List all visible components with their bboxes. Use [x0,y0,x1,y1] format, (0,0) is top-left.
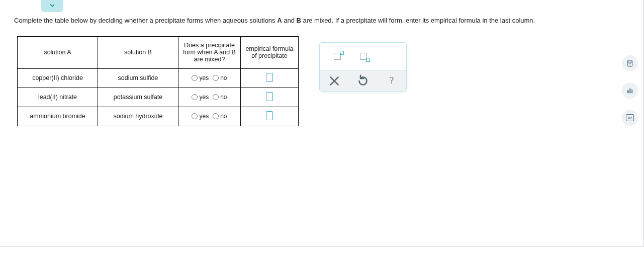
svg-rect-8 [627,91,628,93]
formula-toolbar: ? [319,42,407,92]
cell-radio: yes no [178,107,241,126]
precipitate-table: solution A solution B Does a precipitate… [17,36,299,126]
svg-point-7 [630,65,631,65]
svg-point-3 [629,63,630,64]
svg-point-4 [630,63,631,64]
cell-radio: yes no [178,68,241,88]
header-precipitate-forms: Does a precipitate form when A and B are… [178,36,241,68]
clear-button[interactable] [327,73,342,89]
instr-bB: B [297,17,301,24]
formula-input[interactable] [266,92,273,101]
cell-solution-b: sodium sulfide [98,68,178,88]
cell-solution-b: sodium hydroxide [98,107,178,126]
periodic-table-icon: Ar [626,114,634,121]
svg-rect-10 [631,90,632,93]
bar-chart-icon [626,87,634,95]
undo-icon [355,73,371,89]
cell-solution-a: copper(II) chloride [18,68,98,88]
radio-no-label: no [220,113,227,120]
square-icon [340,51,344,55]
table-row: lead(II) nitrate potassium sulfate yes n… [18,88,299,107]
table-row: copper(II) chloride sodium sulfide yes n… [18,68,299,88]
svg-point-5 [628,65,629,65]
table-row: ammonium bromide sodium hydroxide yes no [18,107,299,126]
radio-yes[interactable]: yes [192,113,209,120]
calculator-icon [626,59,634,67]
radio-yes-label: yes [199,74,209,81]
cell-solution-a: lead(II) nitrate [18,88,98,107]
radio-yes-label: yes [199,94,209,101]
cell-formula [241,88,299,107]
cell-formula [241,68,299,88]
instr-bA: A [277,17,282,24]
formula-input[interactable] [266,73,273,82]
radio-no[interactable]: no [213,94,227,101]
header-solution-a: solution A [18,36,98,68]
cell-formula [241,107,299,126]
data-button[interactable] [622,82,638,99]
chevron-down-icon [49,2,56,9]
header-solution-b: solution B [98,36,178,68]
help-button[interactable]: ? [384,73,399,89]
radio-yes-label: yes [199,113,209,120]
radio-yes[interactable]: yes [192,94,209,101]
cell-radio: yes no [178,88,241,107]
radio-no[interactable]: no [213,113,227,120]
svg-point-6 [629,65,630,65]
radio-icon [213,94,219,100]
periodic-table-button[interactable]: Ar [622,110,638,126]
svg-rect-1 [628,61,632,62]
square-icon [366,58,370,62]
reset-button[interactable] [355,73,371,89]
cell-solution-a: ammonium bromide [18,107,98,126]
svg-rect-9 [629,89,630,93]
formula-input[interactable] [266,111,273,120]
radio-icon [213,75,219,81]
close-icon [327,73,342,89]
instr-mid: and [282,17,297,24]
instr-suffix: are mixed. If a precipitate will form, e… [301,17,535,24]
superscript-button[interactable] [334,53,345,60]
radio-icon [192,94,198,100]
radio-no[interactable]: no [213,74,227,81]
instruction-text: Complete the table below by deciding whe… [14,16,592,25]
subscript-button[interactable] [360,53,371,60]
radio-no-label: no [220,74,227,81]
expand-toggle[interactable] [41,0,63,12]
radio-yes[interactable]: yes [192,74,209,81]
radio-icon [192,113,198,119]
right-rail: Ar [622,55,638,126]
calculator-button[interactable] [622,55,638,71]
header-formula: empirical formula of precipitate [241,36,299,68]
cell-solution-b: potassium sulfate [98,88,178,107]
instr-prefix: Complete the table below by deciding whe… [14,17,277,24]
radio-no-label: no [220,94,227,101]
radio-icon [213,113,219,119]
radio-icon [192,75,198,81]
svg-point-2 [628,63,629,64]
divider-horizontal [0,246,644,247]
